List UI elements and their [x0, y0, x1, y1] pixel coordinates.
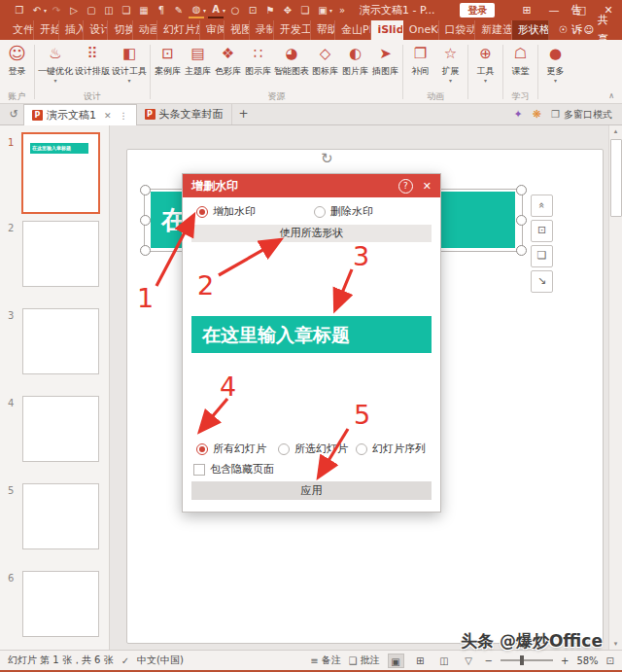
- tab-review[interactable]: 审阅: [200, 20, 225, 40]
- radio-selected-slides[interactable]: 所选幻灯片: [278, 442, 348, 456]
- tab-menu-icon[interactable]: ⋮: [120, 111, 128, 121]
- tab-design[interactable]: 设计: [84, 20, 108, 40]
- slideshow-view-icon[interactable]: ▽: [461, 654, 477, 668]
- bell-icon[interactable]: ⚑: [262, 0, 278, 20]
- minimize-button[interactable]: —: [540, 0, 568, 20]
- comments-button[interactable]: ❑ 批注: [349, 654, 380, 667]
- smart-chart-button[interactable]: ◕ 智能图表: [273, 41, 310, 78]
- radio-add-watermark[interactable]: 增加水印: [196, 204, 256, 219]
- tab-slideshow[interactable]: 幻灯片放映: [157, 20, 200, 40]
- scroll-up-icon[interactable]: ▴: [609, 127, 622, 135]
- font-color-icon[interactable]: A: [208, 2, 224, 18]
- tab-view[interactable]: 视图: [225, 20, 249, 40]
- radio-remove-watermark[interactable]: 删除水印: [314, 204, 373, 219]
- selection-handle[interactable]: [516, 185, 527, 195]
- tab-developer[interactable]: 开发工具: [274, 20, 311, 40]
- new-tab-button[interactable]: +: [232, 104, 256, 124]
- oval-icon[interactable]: ○: [227, 0, 243, 20]
- tab-file[interactable]: 文件: [4, 20, 34, 40]
- language-indicator[interactable]: 中文(中国): [137, 654, 184, 667]
- tab-islide[interactable]: iSlide: [371, 20, 402, 40]
- font-color-caret-icon[interactable]: ▾: [223, 7, 225, 14]
- position-button[interactable]: ⊡: [531, 220, 553, 242]
- radio-icon[interactable]: [196, 206, 208, 218]
- login-button[interactable]: ☺ 登录: [2, 41, 32, 78]
- theme-library-button[interactable]: ▤ 主题库: [183, 41, 213, 78]
- ribbon-options-icon[interactable]: ⊞: [513, 0, 540, 20]
- checkbox-icon[interactable]: [193, 464, 205, 476]
- notes-button[interactable]: ≡ 备注: [310, 654, 340, 667]
- slide-thumbnail-4[interactable]: [22, 396, 99, 462]
- fill-color-icon[interactable]: ◍: [189, 2, 204, 18]
- normal-view-icon[interactable]: ▣: [388, 654, 404, 668]
- zoom-level[interactable]: 58%: [576, 655, 598, 666]
- save-icon[interactable]: ❒: [12, 0, 27, 20]
- diagram-library-button[interactable]: ∷ 图示库: [243, 41, 273, 78]
- tab-record[interactable]: 录制: [250, 20, 274, 40]
- zoom-in-button[interactable]: +: [561, 655, 569, 666]
- radio-icon[interactable]: [196, 443, 208, 455]
- dialog-title-bar[interactable]: 增删水印 ? ✕: [183, 174, 440, 197]
- more-button[interactable]: ● 更多 ▾: [540, 41, 570, 84]
- selection-handle[interactable]: [140, 245, 151, 256]
- design-layout-button[interactable]: ⠿ 设计排版: [74, 41, 111, 78]
- touch-mode-icon[interactable]: ✥: [280, 0, 295, 20]
- tools-button[interactable]: ⊕ 工具 ▾: [470, 41, 501, 84]
- collapse-toolbar-button[interactable]: «: [531, 195, 553, 217]
- close-tab-icon[interactable]: ✕: [104, 111, 112, 121]
- multi-window-mode-button[interactable]: ❐ 多窗口模式: [551, 108, 612, 122]
- radio-icon[interactable]: [314, 206, 326, 218]
- tab-shape-format[interactable]: 形状格式: [512, 20, 549, 40]
- tab-transitions[interactable]: 切换: [108, 20, 132, 40]
- new-file-icon[interactable]: ▢: [84, 0, 99, 20]
- design-tools-button[interactable]: ◧ 设计工具 ▾: [111, 41, 148, 84]
- tab-home[interactable]: 开始: [34, 20, 58, 40]
- scroll-down-icon[interactable]: ▾: [609, 640, 622, 648]
- gear-icon[interactable]: ❋: [533, 108, 541, 121]
- color-library-button[interactable]: ❖ 色彩库: [213, 41, 243, 78]
- radio-icon[interactable]: [356, 443, 367, 455]
- recent-files-icon[interactable]: ↺: [4, 104, 23, 124]
- vertical-scrollbar[interactable]: ▴ ▾: [608, 125, 622, 650]
- tab-onekey[interactable]: OneKey: [403, 20, 439, 40]
- zoom-slider-thumb[interactable]: [520, 655, 524, 665]
- doc-tab-current[interactable]: P 演示文稿1 ✕ ⋮: [23, 104, 137, 125]
- slide-thumbnail-1[interactable]: 在这里输入章标题: [21, 132, 100, 214]
- case-library-button[interactable]: ⊡ 案例库: [153, 41, 183, 78]
- one-key-optimize-button[interactable]: ♨ 一键优化 ▾: [37, 41, 74, 84]
- use-selected-shape-button[interactable]: 使用所选形状: [191, 225, 432, 242]
- magic-wand-icon[interactable]: ✦: [514, 108, 523, 121]
- tab-animations[interactable]: 动画: [133, 20, 157, 40]
- rotate-handle-icon[interactable]: ↻: [321, 150, 333, 167]
- spellcheck-icon[interactable]: ✓: [121, 655, 129, 666]
- radio-all-slides[interactable]: 所有幻灯片: [196, 442, 266, 456]
- icon-library-button[interactable]: ◇ 图标库: [310, 41, 340, 78]
- print-preview-icon[interactable]: ◫: [101, 0, 117, 20]
- extend-button[interactable]: ☆ 扩展 ▾: [435, 41, 466, 84]
- switch-windows-icon[interactable]: ❏: [297, 0, 313, 20]
- radio-slide-sequence[interactable]: 幻灯片序列: [356, 442, 426, 456]
- table-icon[interactable]: ▦: [136, 0, 152, 20]
- screenshot-icon[interactable]: ▣: [315, 0, 330, 20]
- classroom-button[interactable]: ☖ 课堂: [505, 41, 536, 78]
- apply-button[interactable]: 应用: [191, 481, 432, 500]
- tab-new-options[interactable]: 新建选项: [475, 20, 512, 40]
- pen-icon[interactable]: ✎: [171, 0, 187, 20]
- zoom-slider[interactable]: [501, 659, 553, 661]
- layers-button[interactable]: ❏: [531, 245, 553, 267]
- tween-button[interactable]: ❐ 补间: [405, 41, 435, 78]
- select-icon[interactable]: ⊡: [245, 0, 260, 20]
- slide-thumbnail-3[interactable]: [22, 308, 99, 374]
- image-library-button[interactable]: ◐ 图片库: [340, 41, 370, 78]
- zoom-out-button[interactable]: −: [485, 655, 493, 666]
- reading-view-icon[interactable]: ◫: [436, 654, 453, 668]
- share-button[interactable]: ☺ 共享: [584, 20, 622, 40]
- paragraph-icon[interactable]: ¶: [154, 0, 169, 20]
- selection-handle[interactable]: [140, 215, 151, 226]
- tell-me[interactable]: ☉ 告诉我: [559, 20, 584, 40]
- scrollbar-thumb[interactable]: [610, 139, 622, 217]
- help-icon[interactable]: ?: [398, 179, 413, 194]
- slide-thumbnail-5[interactable]: [22, 483, 99, 549]
- selection-handle[interactable]: [516, 245, 527, 256]
- slideshow-icon[interactable]: ▷: [66, 0, 82, 20]
